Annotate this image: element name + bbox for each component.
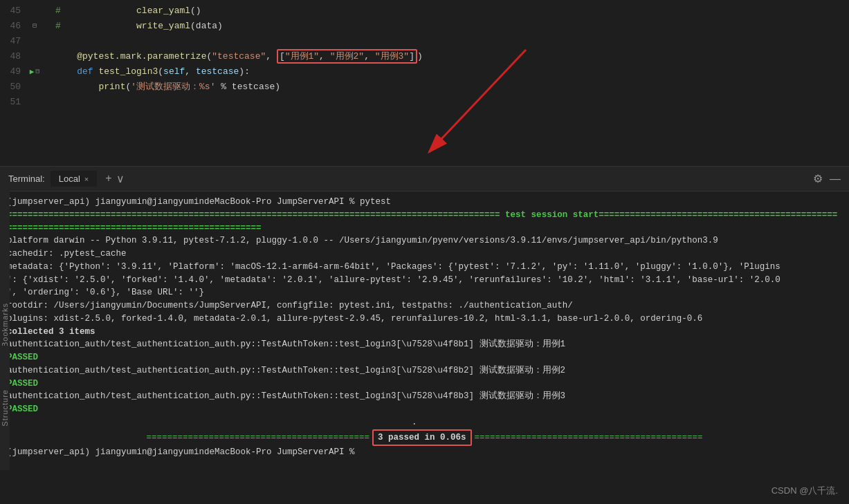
line-content: def test_login3(self, testcase): — [42, 66, 849, 77]
code-line-46: 46 ⊟ # write_yaml(data) — [0, 18, 849, 33]
line-gutter: ▶ ⊟ — [28, 67, 42, 76]
terminal-passed3: PASSED — [7, 403, 842, 416]
line-gutter: ⊟ — [28, 21, 42, 30]
terminal-result-line: ========================================… — [7, 429, 842, 447]
terminal-title: Terminal: — [8, 174, 45, 184]
terminal-metadata-line2: ': {'xdist': '2.5.0', 'forked': '1.4.0',… — [7, 274, 842, 287]
run-icon[interactable]: ▶ — [30, 67, 35, 76]
terminal-prompt-line: (jumpserver_api) jiangyumin@jiangyuminde… — [7, 196, 842, 209]
code-line-48: 48 @pytest.mark.parametrize("testcase", … — [0, 48, 849, 64]
minimize-icon[interactable]: — — [830, 173, 841, 185]
terminal-passed2: PASSED — [7, 377, 842, 391]
terminal-settings: ⚙ — — [813, 172, 841, 185]
line-number: 47 — [0, 36, 28, 46]
code-line-50: 50 print('测试数据驱动：%s' % testcase) — [0, 79, 849, 94]
line-content: # write_yaml(data) — [42, 21, 849, 31]
line-number: 51 — [0, 97, 28, 107]
line-number: 50 — [0, 82, 28, 92]
terminal-tab-local[interactable]: Local × — [51, 171, 98, 187]
terminal-cachedir-line: cachedir: .pytest_cache — [7, 248, 842, 261]
line-content: @pytest.mark.parametrize("testcase", ["用… — [42, 50, 849, 62]
fold-icon[interactable]: ⊟ — [35, 67, 39, 75]
terminal-test-line1: authentication_auth/test_authentication_… — [7, 338, 842, 351]
structure-sidebar: Structure — [0, 346, 10, 470]
terminal-test-line3: authentication_auth/test_authentication_… — [7, 390, 842, 403]
line-content: # clear_yaml() — [42, 6, 849, 16]
terminal-header: Terminal: Local × + ∨ ⚙ — — [0, 167, 849, 192]
terminal-collected-line: collected 3 items — [7, 326, 842, 339]
terminal-actions: + ∨ — [105, 172, 124, 185]
terminal-dropdown-button[interactable]: ∨ — [116, 172, 125, 185]
line-content: print('测试数据驱动：%s' % testcase) — [42, 80, 849, 93]
fold-icon[interactable]: ⊟ — [33, 21, 37, 30]
line-number: 49 — [0, 66, 28, 77]
structure-label: Structure — [1, 389, 9, 427]
terminal-metadata-line3: ', 'ordering': '0.6'}, 'Base URL': ''} — [7, 286, 842, 299]
csdn-watermark: CSDN @八千流. — [772, 485, 838, 497]
code-line-51: 51 — [0, 94, 849, 109]
terminal-rootdir-line: rootdir: /Users/jiangyumin/Documents/Jum… — [7, 299, 842, 312]
terminal-dot-line: . — [7, 416, 842, 429]
code-line-49: 49 ▶ ⊟ def test_login3(self, testcase): — [0, 64, 849, 79]
line-number: 48 — [0, 51, 28, 62]
code-line-47: 47 — [0, 33, 849, 48]
code-line-45: 45 # clear_yaml() — [0, 3, 849, 18]
terminal-plugins-line: plugins: xdist-2.5.0, forked-1.4.0, meta… — [7, 312, 842, 326]
terminal-container: Terminal: Local × + ∨ ⚙ — (jumpserver_ap… — [0, 166, 849, 504]
settings-icon[interactable]: ⚙ — [813, 172, 823, 185]
terminal-metadata-line1: metadata: {'Python': '3.9.11', 'Platform… — [7, 261, 842, 274]
bookmarks-label: Bookmarks — [1, 303, 9, 347]
close-tab-icon[interactable]: × — [84, 175, 89, 183]
line-number: 45 — [0, 6, 28, 16]
code-editor: 45 # clear_yaml() 46 ⊟ # write_yaml(data… — [0, 0, 849, 166]
terminal-separator-top: ========================================… — [7, 209, 842, 235]
result-box: 3 passed in 0.06s — [372, 429, 472, 447]
terminal-passed1: PASSED — [7, 351, 842, 364]
result-separator-left: ========================================… — [146, 431, 369, 445]
result-separator-right: ========================================… — [475, 431, 703, 445]
terminal-tab-label: Local — [59, 174, 80, 184]
line-number: 46 — [0, 21, 28, 31]
terminal-test-line2: authentication_auth/test_authentication_… — [7, 364, 842, 377]
terminal-body[interactable]: (jumpserver_api) jiangyumin@jiangyuminde… — [0, 192, 849, 504]
add-terminal-button[interactable]: + — [105, 172, 111, 185]
terminal-platform-line: platform darwin -- Python 3.9.11, pytest… — [7, 234, 842, 248]
terminal-final-prompt: (jumpserver_api) jiangyumin@jiangyuminde… — [7, 446, 842, 459]
